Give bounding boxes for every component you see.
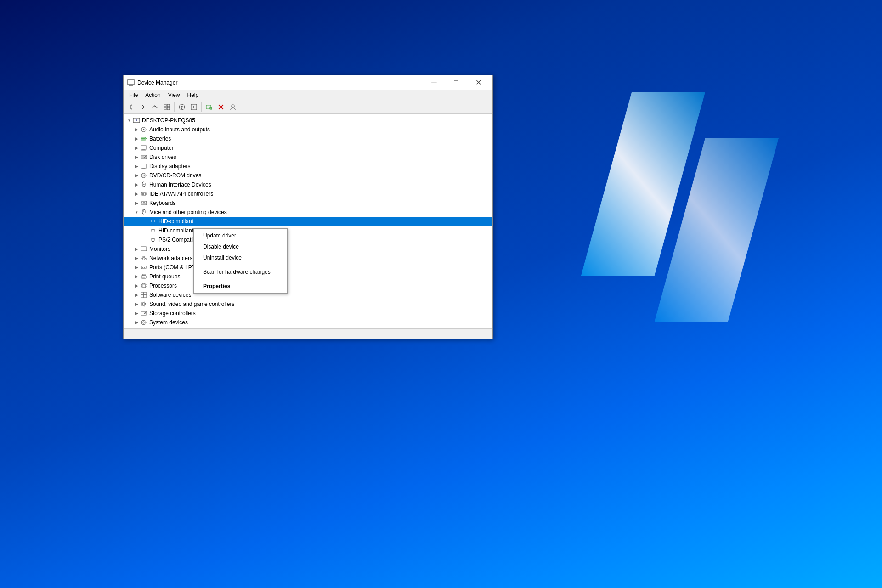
item-expand: ▶ xyxy=(133,190,140,198)
toolbar: ? + xyxy=(124,100,492,114)
tree-item-storage[interactable]: ▶ Storage controllers xyxy=(124,309,492,318)
tree-item-batteries[interactable]: ▶ Batteries xyxy=(124,134,492,143)
help-button[interactable]: ? xyxy=(176,102,187,113)
device-manager-window: Device Manager ─ □ ✕ File Action View He… xyxy=(123,75,493,339)
network-label: Network adapters xyxy=(149,255,192,261)
content-area: ▾ DESKTOP-PNFQS85 ▶ Audio inputs and out… xyxy=(124,114,492,328)
ctx-scan-hardware[interactable]: Scan for hardware changes xyxy=(194,266,287,277)
tree-item-sound[interactable]: ▶ Sound, video and game controllers xyxy=(124,300,492,309)
tree-item-processors[interactable]: ▶ Processors xyxy=(124,281,492,290)
tree-item-audio[interactable]: ▶ Audio inputs and outputs xyxy=(124,125,492,134)
item-expand: ▶ xyxy=(133,264,140,271)
svg-rect-0 xyxy=(128,80,134,85)
sound-icon xyxy=(140,300,147,308)
add-driver-button[interactable]: + xyxy=(204,102,215,113)
scan-button[interactable] xyxy=(188,102,199,113)
hid2-label: HID-compliant xyxy=(158,227,193,234)
svg-rect-45 xyxy=(144,202,145,203)
properties-button[interactable] xyxy=(227,102,238,113)
monitors-icon xyxy=(140,245,147,253)
tree-item-system[interactable]: ▶ System devices xyxy=(124,318,492,327)
item-expand: ▶ xyxy=(133,144,140,152)
tree-item-keyboards[interactable]: ▶ Keyboards xyxy=(124,198,492,208)
tree-item-ps2[interactable]: PS/2 Compatib xyxy=(124,235,492,244)
tree-item-hid1[interactable]: HID-compliant xyxy=(124,217,492,226)
svg-point-32 xyxy=(143,175,145,176)
system-icon xyxy=(140,319,147,326)
svg-rect-87 xyxy=(141,295,144,298)
sound-label: Sound, video and game controllers xyxy=(149,301,234,307)
tree-item-hid2[interactable]: HID-compliant xyxy=(124,226,492,235)
storage-icon xyxy=(140,310,147,317)
mice-label: Mice and other pointing devices xyxy=(149,209,227,215)
minimize-button[interactable]: ─ xyxy=(424,75,445,90)
svg-rect-28 xyxy=(141,164,147,168)
svg-rect-69 xyxy=(141,266,146,269)
svg-text:+: + xyxy=(210,107,212,110)
tree-item-ide[interactable]: ▶ IDE ATA/ATAPI controllers xyxy=(124,189,492,198)
svg-rect-47 xyxy=(141,204,142,204)
svg-rect-46 xyxy=(146,202,147,203)
item-expand: ▾ xyxy=(133,209,140,216)
tree-item-usb[interactable]: ▶ Universal Serial Bus controllers xyxy=(124,327,492,328)
item-expand: ▶ xyxy=(133,245,140,253)
svg-rect-44 xyxy=(143,202,144,203)
tree-item-display[interactable]: ▶ Display adapters xyxy=(124,162,492,171)
svg-rect-63 xyxy=(142,251,145,251)
ctx-update-driver[interactable]: Update driver xyxy=(194,230,287,241)
title-bar: Device Manager ─ □ ✕ xyxy=(124,75,492,90)
tree-item-software[interactable]: ▶ Software devices xyxy=(124,290,492,300)
menu-file[interactable]: File xyxy=(125,91,141,99)
close-button[interactable]: ✕ xyxy=(468,75,489,90)
show-hidden-button[interactable] xyxy=(161,102,172,113)
item-expand: ▶ xyxy=(133,153,140,161)
network-icon xyxy=(140,254,147,262)
ctx-separator-2 xyxy=(194,279,287,279)
back-button[interactable] xyxy=(125,102,136,113)
tree-item-computer[interactable]: ▶ Computer xyxy=(124,143,492,153)
svg-rect-5 xyxy=(164,107,166,110)
svg-rect-2 xyxy=(129,85,133,86)
ctx-properties[interactable]: Properties xyxy=(194,281,287,292)
maximize-button[interactable]: □ xyxy=(446,75,467,90)
hid2-icon xyxy=(149,227,157,234)
svg-rect-21 xyxy=(141,146,147,149)
ide-label: IDE ATA/ATAPI controllers xyxy=(149,191,213,197)
mice-icon xyxy=(140,209,147,216)
display-label: Display adapters xyxy=(149,163,190,170)
svg-rect-85 xyxy=(141,292,144,295)
tree-item-hid[interactable]: ▶ Human Interface Devices xyxy=(124,180,492,189)
tree-area[interactable]: ▾ DESKTOP-PNFQS85 ▶ Audio inputs and out… xyxy=(124,114,492,328)
tree-item-monitors[interactable]: ▶ Monitors xyxy=(124,244,492,254)
print-label: Print queues xyxy=(149,273,180,280)
ctx-uninstall-device[interactable]: Uninstall device xyxy=(194,252,287,263)
tree-item-mice[interactable]: ▾ Mice and other pointing devices xyxy=(124,208,492,217)
svg-point-71 xyxy=(144,267,145,268)
svg-rect-86 xyxy=(144,292,147,295)
tree-item-dvd[interactable]: ▶ DVD/CD-ROM drives xyxy=(124,171,492,180)
root-expand: ▾ xyxy=(125,117,133,124)
tree-item-network[interactable]: ▶ Network adapters xyxy=(124,254,492,263)
svg-rect-76 xyxy=(142,284,145,287)
item-expand: ▶ xyxy=(133,135,140,142)
tree-item-print[interactable]: ▶ Print queues xyxy=(124,272,492,281)
svg-point-25 xyxy=(145,157,146,158)
tree-item-disk[interactable]: ▶ Disk drives xyxy=(124,153,492,162)
svg-rect-23 xyxy=(141,150,146,151)
menu-help[interactable]: Help xyxy=(184,91,203,99)
forward-button[interactable] xyxy=(137,102,148,113)
tree-item-ports[interactable]: ▶ Ports (COM & LPT) xyxy=(124,263,492,272)
up-button[interactable] xyxy=(149,102,160,113)
menu-action[interactable]: Action xyxy=(141,91,164,99)
dvd-label: DVD/CD-ROM drives xyxy=(149,172,201,179)
hid-label: Human Interface Devices xyxy=(149,181,211,188)
ctx-disable-device[interactable]: Disable device xyxy=(194,241,287,252)
tree-root[interactable]: ▾ DESKTOP-PNFQS85 xyxy=(124,116,492,125)
processors-label: Processors xyxy=(149,283,177,289)
item-expand xyxy=(142,236,149,243)
remove-driver-button[interactable] xyxy=(215,102,226,113)
svg-rect-30 xyxy=(141,168,146,168)
item-expand: ▶ xyxy=(133,273,140,280)
menu-view[interactable]: View xyxy=(164,91,184,99)
svg-rect-15 xyxy=(134,122,139,123)
